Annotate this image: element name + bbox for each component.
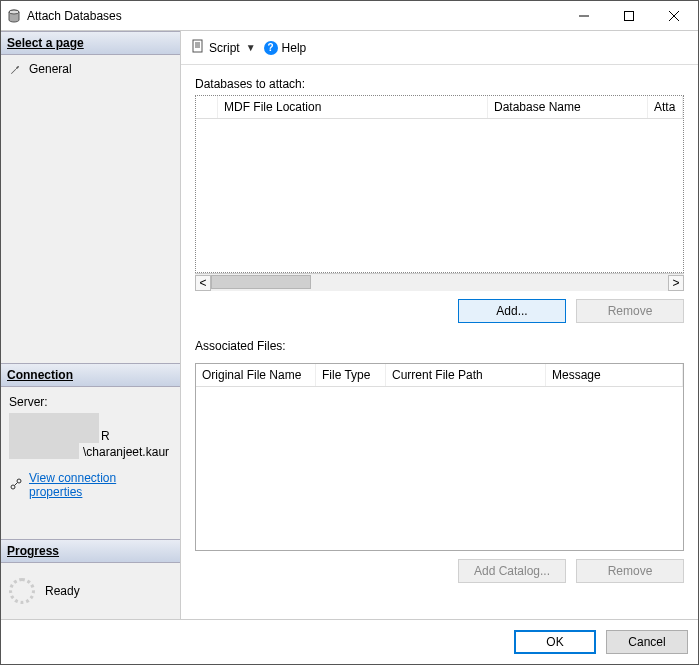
sidebar-item-label: General (29, 62, 72, 76)
toolbar: Script ▼ ? Help (181, 31, 698, 65)
svg-point-1 (9, 10, 19, 14)
svg-point-7 (17, 479, 21, 483)
svg-line-8 (15, 482, 18, 485)
remove-file-button: Remove (576, 559, 684, 583)
progress-status: Ready (45, 584, 80, 598)
column-database-name[interactable]: Database Name (488, 96, 648, 118)
maximize-button[interactable] (606, 2, 651, 30)
chevron-down-icon[interactable]: ▼ (244, 42, 256, 53)
connection-header: Connection (1, 363, 180, 387)
associated-files-label: Associated Files: (195, 339, 684, 353)
user-redacted (9, 443, 79, 459)
databases-to-attach-label: Databases to attach: (195, 77, 684, 91)
scroll-right-arrow[interactable]: > (668, 275, 684, 291)
row-header-column (196, 96, 218, 118)
select-page-header: Select a page (1, 31, 180, 55)
column-mdf-location[interactable]: MDF File Location (218, 96, 488, 118)
help-button[interactable]: ? Help (264, 41, 307, 55)
add-catalog-button: Add Catalog... (458, 559, 566, 583)
server-label: Server: (9, 395, 172, 409)
svg-rect-3 (624, 11, 633, 20)
ok-button[interactable]: OK (514, 630, 596, 654)
user-suffix: \charanjeet.kaur (83, 445, 169, 459)
column-attach-as[interactable]: Atta (648, 96, 683, 118)
minimize-button[interactable] (561, 2, 606, 30)
scroll-thumb[interactable] (211, 275, 311, 289)
sidebar-item-general[interactable]: General (1, 59, 180, 79)
connection-panel: Server: R \charanjeet.kaur View connecti… (1, 387, 180, 509)
close-button[interactable] (651, 2, 696, 30)
scroll-left-arrow[interactable]: < (195, 275, 211, 291)
help-label: Help (282, 41, 307, 55)
progress-panel: Ready (1, 563, 180, 619)
column-file-type[interactable]: File Type (316, 364, 386, 386)
progress-spinner-icon (9, 578, 35, 604)
column-current-file-path[interactable]: Current File Path (386, 364, 546, 386)
progress-header: Progress (1, 539, 180, 563)
connection-icon (9, 477, 23, 494)
database-icon (7, 9, 21, 23)
server-name-suffix: R (101, 429, 110, 443)
help-icon: ? (264, 41, 278, 55)
svg-rect-9 (193, 40, 202, 52)
script-button[interactable]: Script ▼ (191, 39, 256, 56)
script-icon (191, 39, 205, 56)
attach-databases-dialog: Attach Databases Select a page General C… (0, 0, 699, 665)
server-name-redacted (9, 413, 99, 443)
remove-button: Remove (576, 299, 684, 323)
script-label: Script (209, 41, 240, 55)
wrench-icon (9, 63, 23, 75)
associated-files-grid[interactable]: Original File Name File Type Current Fil… (195, 363, 684, 551)
main-panel: Script ▼ ? Help Databases to attach: MDF… (181, 31, 698, 619)
databases-grid[interactable]: MDF File Location Database Name Atta (195, 95, 684, 273)
cancel-button[interactable]: Cancel (606, 630, 688, 654)
svg-point-6 (11, 485, 15, 489)
sidebar: Select a page General Connection Server:… (1, 31, 181, 619)
column-message[interactable]: Message (546, 364, 683, 386)
add-button[interactable]: Add... (458, 299, 566, 323)
databases-grid-body[interactable] (196, 119, 683, 272)
window-title: Attach Databases (27, 9, 122, 23)
dialog-footer: OK Cancel (1, 619, 698, 664)
titlebar: Attach Databases (1, 1, 698, 31)
scroll-track[interactable] (211, 275, 668, 291)
column-original-file-name[interactable]: Original File Name (196, 364, 316, 386)
horizontal-scrollbar[interactable]: < > (195, 273, 684, 291)
view-connection-properties-link[interactable]: View connection properties (29, 471, 172, 499)
